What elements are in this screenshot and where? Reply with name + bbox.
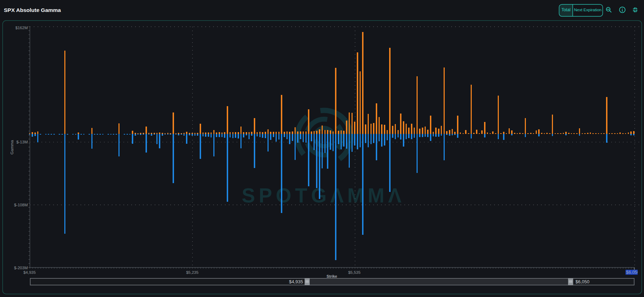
svg-text:$5,535: $5,535 (348, 270, 360, 275)
svg-text:$5,235: $5,235 (186, 270, 198, 275)
svg-text:$-203M: $-203M (14, 266, 28, 270)
svg-text:Strike: Strike (327, 274, 337, 278)
svg-text:SPX Absolute Gamma: SPX Absolute Gamma (4, 7, 61, 13)
svg-text:SPOTGΛMMΛ: SPOTGΛMMΛ (242, 184, 405, 207)
svg-text:$6,050: $6,050 (626, 270, 639, 275)
svg-text:Next Expiration: Next Expiration (574, 8, 601, 12)
svg-text:$162M: $162M (15, 26, 28, 30)
svg-text:$6,050: $6,050 (575, 279, 590, 284)
svg-text:$-13M: $-13M (16, 140, 28, 144)
svg-text:$-108M: $-108M (14, 203, 28, 207)
svg-text:$4,935: $4,935 (23, 270, 36, 275)
svg-text:$4,935: $4,935 (289, 279, 303, 284)
svg-text:Gamma: Gamma (10, 140, 14, 155)
svg-text:Total: Total (561, 7, 571, 12)
